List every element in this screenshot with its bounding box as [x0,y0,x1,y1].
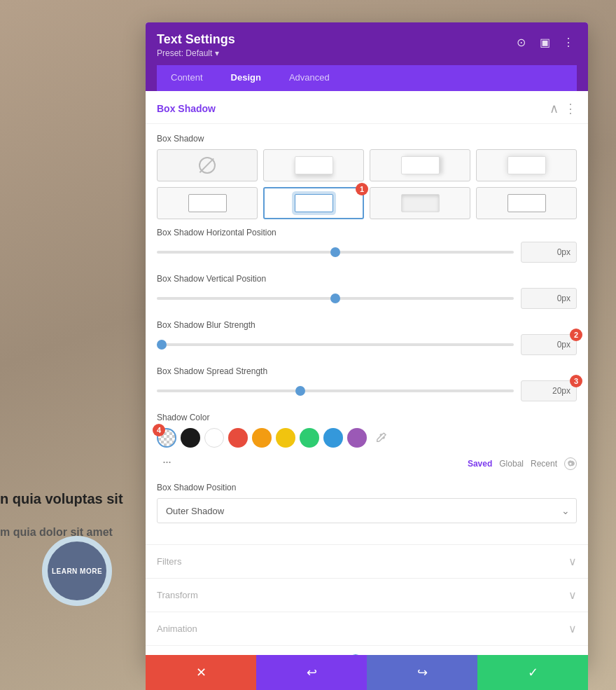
preset-all[interactable] [476,149,577,181]
preset-custom[interactable] [476,187,577,219]
filters-section[interactable]: Filters ∨ [146,544,588,578]
swatch-white[interactable] [204,428,224,448]
shadow-label: Box Shadow [157,134,577,144]
vertical-slider-row [157,288,577,309]
vertical-control: Box Shadow Vertical Position [157,274,577,309]
color-tab-global[interactable]: Global [499,459,524,469]
position-select-wrapper: Outer Shadow Inner Shadow ⌄ [157,498,577,523]
spread-value-input[interactable] [521,380,577,401]
color-label: Shadow Color [157,413,577,422]
animation-label: Animation [157,623,197,634]
vertical-label: Box Shadow Vertical Position [157,274,577,284]
panel-title-area: Text Settings Preset: Default ▾ [157,32,235,58]
color-control: Shadow Color 4 [157,413,577,471]
reset-icon[interactable]: ⊙ [512,34,529,50]
preset-badge-1: 1 [356,183,368,195]
animation-arrow: ∨ [568,622,577,635]
spread-badge: 3 [570,375,582,387]
transform-section[interactable]: Transform ∨ [146,578,588,612]
settings-panel: Text Settings Preset: Default ▾ ⊙ ▣ ⋮ Co… [146,22,588,665]
tab-advanced[interactable]: Advanced [275,65,344,91]
blur-badge: 2 [570,329,582,341]
spread-value-wrapper: 3 [521,380,577,401]
eyedropper-icon[interactable] [371,428,391,448]
panel-preset[interactable]: Preset: Default ▾ [157,48,235,58]
horizontal-control: Box Shadow Horizontal Position [157,228,577,263]
spacer [146,534,588,544]
swatch-checkerboard[interactable]: 4 [157,428,176,448]
transform-label: Transform [157,590,198,600]
spread-control: Box Shadow Spread Strength 3 [157,366,577,401]
blur-value-input[interactable] [521,334,577,355]
blur-slider[interactable] [157,343,514,346]
spread-label: Box Shadow Spread Strength [157,366,577,376]
redo-button[interactable]: ↪ [367,655,477,690]
horizontal-slider-wrap [157,245,514,259]
vertical-slider[interactable] [157,297,514,300]
panel-tabs: Content Design Advanced [157,65,577,91]
swatch-orange[interactable] [252,428,272,448]
preset-all-visual [507,156,546,174]
color-tab-recent[interactable]: Recent [531,459,557,469]
spread-slider-wrap [157,384,514,398]
blur-label: Box Shadow Blur Strength [157,320,577,330]
section-controls: ∧ ⋮ [550,101,577,116]
panel-header: Text Settings Preset: Default ▾ ⊙ ▣ ⋮ Co… [146,22,588,91]
vertical-value-wrapper [521,288,577,309]
save-button[interactable]: ✓ [477,655,588,690]
swatch-green[interactable] [300,428,319,448]
horizontal-value-wrapper [521,242,577,263]
section-more-icon[interactable]: ⋮ [564,101,577,116]
horizontal-slider[interactable] [157,251,514,254]
preset-none[interactable] [157,149,258,181]
section-title: Box Shadow [157,103,216,114]
color-tab-saved[interactable]: Saved [468,459,492,469]
vertical-value-input[interactable] [521,288,577,309]
preset-border-visual [188,194,227,212]
swatch-blue[interactable] [323,428,343,448]
preset-spread-visual [295,194,333,212]
panel-body: Box Shadow ∧ ⋮ Box Shadow [146,91,588,665]
preset-inset[interactable] [370,187,470,219]
collapse-icon[interactable]: ∧ [550,101,559,116]
more-colors-button[interactable]: ··· [157,452,176,471]
swatch-purple[interactable] [347,428,367,448]
cancel-button[interactable]: ✕ [146,655,256,690]
blur-value-wrapper: 2 [521,334,577,355]
vertical-slider-wrap [157,291,514,305]
preset-bottom[interactable] [263,149,364,181]
position-select[interactable]: Outer Shadow Inner Shadow [157,498,577,523]
spread-slider[interactable] [157,389,514,392]
preset-spread[interactable]: 1 [263,187,364,219]
preset-right-visual [401,156,440,174]
horizontal-label: Box Shadow Horizontal Position [157,228,577,237]
learn-more-button[interactable]: LEARN MORE [42,536,112,606]
transform-arrow: ∨ [568,588,577,602]
swatch-black[interactable] [181,428,200,448]
filters-label: Filters [157,556,181,567]
color-settings-icon[interactable] [564,457,577,470]
box-shadow-body: Box Shadow [146,124,588,523]
swatch-yellow[interactable] [276,428,295,448]
preset-right[interactable] [370,149,470,181]
preset-inset-visual [401,194,440,212]
undo-button[interactable]: ↩ [256,655,367,690]
panel-header-icons: ⊙ ▣ ⋮ [512,34,577,50]
swatch-red[interactable] [228,428,248,448]
preset-border[interactable] [157,187,258,219]
spread-slider-row: 3 [157,380,577,401]
position-control: Box Shadow Position Outer Shadow Inner S… [157,483,577,523]
tab-content[interactable]: Content [157,65,217,91]
preset-bottom-visual [295,156,333,174]
preset-custom-visual [507,194,546,212]
bottom-bar: ✕ ↩ ↪ ✓ [146,655,588,690]
horizontal-value-input[interactable] [521,242,577,263]
more-icon[interactable]: ⋮ [560,34,577,50]
filters-arrow: ∨ [568,555,577,568]
box-shadow-section-header: Box Shadow ∧ ⋮ [146,91,588,124]
layout-icon[interactable]: ▣ [536,34,553,50]
color-tabs: Saved Global Recent [468,457,577,470]
animation-section[interactable]: Animation ∨ [146,612,588,645]
blur-control: Box Shadow Blur Strength 2 [157,320,577,355]
tab-design[interactable]: Design [217,65,275,91]
